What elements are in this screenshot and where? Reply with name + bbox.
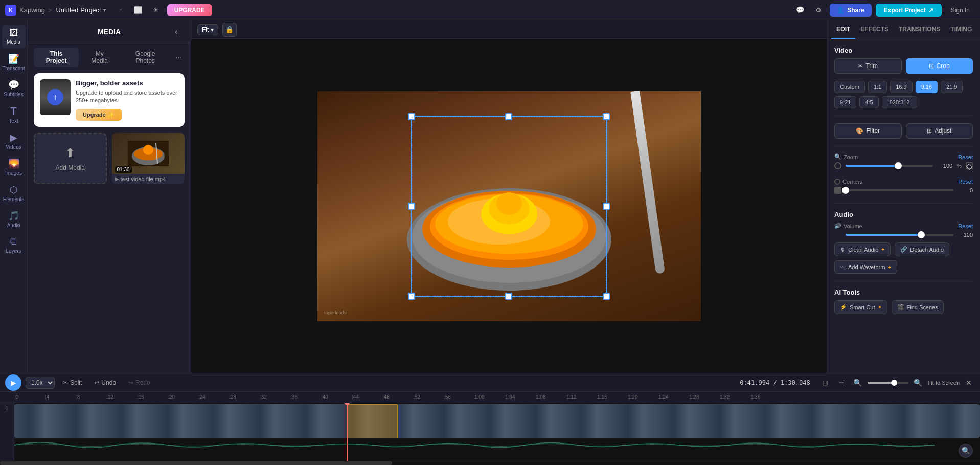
speed-select[interactable]: 1.0x (26, 377, 55, 389)
smart-cut-button[interactable]: ⚡ Smart Cut ✦ (834, 300, 887, 314)
upload-icon-btn[interactable]: ↑ (114, 3, 128, 17)
find-scenes-button[interactable]: 🎬 Find Scenes (892, 300, 944, 314)
signin-button[interactable]: Sign In (946, 4, 975, 17)
zoom-reset-link[interactable]: Reset (958, 154, 973, 160)
aspect-4-5[interactable]: 4:5 (859, 96, 878, 108)
images-icon: 🌄 (8, 158, 19, 169)
corners-slider-thumb[interactable] (842, 187, 849, 194)
sidebar-item-videos[interactable]: ▶ Videos (2, 129, 26, 153)
redo-button[interactable]: ↪ Redo (124, 377, 154, 388)
corners-slider[interactable] (846, 189, 953, 191)
video-section-header: Video (834, 47, 973, 54)
clean-audio-button[interactable]: 🎙 Clean Audio ✦ (834, 242, 891, 256)
tl-zoom-thumb[interactable] (891, 380, 897, 386)
fit-to-screen-label[interactable]: Fit to Screen (928, 380, 960, 386)
zoom-slider-thumb[interactable] (895, 162, 902, 169)
aspect-21-9[interactable]: 21:9 (941, 81, 963, 93)
corners-reset-link[interactable]: Reset (958, 179, 973, 185)
sidebar-item-subtitles[interactable]: 💬 Subtitles (2, 76, 26, 100)
detach-audio-label: Detach Audio (910, 247, 943, 253)
tl-zoom-track[interactable] (868, 382, 908, 384)
aspect-9-16[interactable]: 9:16 (916, 81, 938, 93)
divider-4 (834, 281, 973, 281)
media-panel-collapse-btn[interactable]: ‹ (170, 26, 183, 38)
filter-button[interactable]: 🎨 Filter (834, 123, 902, 139)
fit-chevron-icon: ▾ (211, 26, 214, 33)
timeline-toolbar: ▶ 1.0x ✂ Split ↩ Undo ↪ Redo 0:41.994 / … (0, 373, 980, 392)
settings-icon-btn[interactable]: ⚙ (811, 3, 826, 17)
adjust-button[interactable]: ⊞ Adjust (906, 123, 973, 139)
media-tab-more-btn[interactable]: ··· (172, 51, 185, 63)
zoom-slider[interactable] (846, 165, 933, 167)
ruler-124: 1:24 (658, 394, 668, 400)
video-section: Video ✂ Trim ⊡ Crop (834, 47, 973, 74)
aspect-820-312[interactable]: 820:312 (882, 96, 918, 108)
aspect-1-1[interactable]: 1:1 (868, 81, 887, 93)
media-icon: 🖼 (9, 28, 18, 38)
lock-button[interactable]: 🔒 (222, 23, 237, 37)
sidebar-item-transcript[interactable]: 📝 Transcript (2, 50, 26, 74)
sidebar-item-label-media: Media (7, 39, 20, 45)
upgrade-banner-button[interactable]: Upgrade ✨ (76, 109, 122, 121)
play-button[interactable]: ▶ (5, 374, 21, 391)
chat-icon-btn[interactable]: 💬 (793, 3, 807, 17)
timeline-zoom-out-btn[interactable]: 🔍 (851, 376, 864, 389)
project-name-area[interactable]: Untitled Project ▾ (56, 6, 105, 14)
volume-slider[interactable] (846, 234, 953, 236)
sidebar-item-media[interactable]: 🖼 Media (2, 25, 26, 48)
zoom-row: 🔍 Zoom Reset (834, 153, 973, 160)
add-waveform-button[interactable]: 〰 Add Waveform ✦ (834, 260, 897, 274)
upgrade-button[interactable]: UPGRADE (167, 4, 212, 16)
aspect-9-21[interactable]: 9:21 (834, 96, 856, 108)
tab-my-media[interactable]: My Media (81, 48, 118, 67)
split-button[interactable]: ✂ Split (59, 377, 86, 388)
timeline-scrollbar[interactable] (0, 461, 980, 465)
close-timeline-btn[interactable]: ✕ (963, 377, 975, 389)
tab-this-project[interactable]: This Project (34, 48, 79, 67)
sidebar-item-audio[interactable]: 🎵 Audio (2, 207, 26, 231)
add-media-card[interactable]: ⬆ Add Media (34, 133, 107, 184)
sidebar-item-elements[interactable]: ⬡ Elements (2, 181, 26, 205)
sidebar-item-images[interactable]: 🌄 Images (2, 155, 26, 179)
sidebar-item-text[interactable]: T Text (2, 102, 26, 127)
audio-section-title: Audio (834, 211, 853, 218)
tab-google-photos[interactable]: Google Photos (120, 48, 170, 67)
media-panel-header: MEDIA ‹ (28, 20, 191, 43)
timeline-zoom-in-btn[interactable]: 🔍 (911, 376, 925, 389)
timeline-start-btn[interactable]: ⊣ (835, 376, 848, 389)
tab-edit[interactable]: EDIT (831, 20, 855, 39)
track-content[interactable] (14, 403, 980, 461)
sun-icon-btn[interactable]: ☀ (149, 3, 163, 17)
trim-crop-row: ✂ Trim ⊡ Crop (834, 58, 973, 74)
volume-slider-thumb[interactable] (918, 231, 925, 238)
timeline-dash-btn[interactable]: ⊟ (818, 376, 832, 389)
timeline: ▶ 1.0x ✂ Split ↩ Undo ↪ Redo 0:41.994 / … (0, 373, 980, 465)
canvas-video: superfoodsi (317, 91, 701, 321)
tab-effects[interactable]: EFFECTS (855, 20, 894, 39)
trim-button[interactable]: ✂ Trim (834, 58, 902, 74)
kapwing-logo: K (5, 5, 16, 16)
media-thumb-0[interactable]: 01:30 ▶ test video file.mp4 (112, 133, 185, 184)
fit-select[interactable]: Fit ▾ (197, 24, 218, 35)
share-button[interactable]: 👤 Share (830, 4, 871, 17)
crop-button[interactable]: ⊡ Crop (906, 58, 973, 74)
tab-transitions[interactable]: TRANSITIONS (894, 20, 945, 39)
volume-reset-link[interactable]: Reset (958, 223, 973, 229)
scroll-bar-thumb[interactable] (0, 461, 392, 465)
undo-button[interactable]: ↩ Undo (90, 377, 120, 388)
volume-icon: 🔊 (834, 223, 841, 229)
add-waveform-container: 〰 Add Waveform ✦ (834, 260, 973, 274)
left-sidebar: 🖼 Media 📝 Transcript 💬 Subtitles T Text … (0, 20, 28, 373)
export-button[interactable]: Export Project ↗ (876, 4, 942, 17)
screen-icon-btn[interactable]: ⬜ (131, 3, 146, 17)
tab-timing[interactable]: TIMING (945, 20, 977, 39)
media-content: ↑ Bigger, bolder assets Upgrade to uploa… (28, 69, 191, 373)
video-section-title: Video (834, 47, 852, 54)
sidebar-item-layers[interactable]: ⧉ Layers (2, 233, 26, 257)
detach-audio-button[interactable]: 🔗 Detach Audio (895, 242, 949, 256)
aspect-16-9[interactable]: 16:9 (890, 81, 912, 93)
playhead[interactable] (347, 403, 348, 461)
timeline-time: 0:41.994 / 1:30.048 (740, 379, 810, 386)
search-icon-bottom[interactable]: 🔍 (959, 444, 973, 458)
aspect-custom[interactable]: Custom (834, 81, 865, 93)
